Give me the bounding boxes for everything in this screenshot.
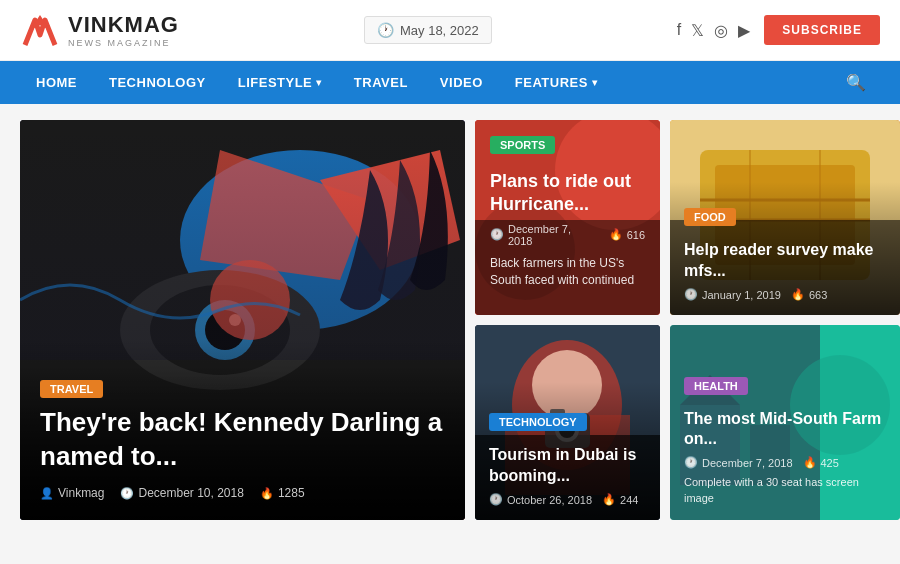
sports-badge: SPORTS	[490, 136, 555, 154]
sports-date: 🕐 December 7, 2018	[490, 223, 597, 247]
svg-marker-2	[200, 150, 370, 280]
sports-excerpt: Black farmers in the US's South faced wi…	[490, 255, 645, 289]
food-meta: 🕐 January 1, 2019 🔥 663	[684, 288, 886, 301]
header-right: f 𝕏 ◎ ▶ SUBSCRIBE	[677, 15, 880, 45]
sports-card[interactable]: SPORTS Plans to ride out Hurricane... 🕐 …	[475, 120, 660, 315]
sports-card-content: SPORTS Plans to ride out Hurricane... 🕐 …	[475, 120, 660, 303]
health-excerpt: Complete with a 30 seat has screen image	[684, 475, 886, 506]
twitter-icon[interactable]: 𝕏	[691, 21, 704, 40]
facebook-icon[interactable]: f	[677, 21, 681, 40]
health-card[interactable]: HEALTH The most Mid-South Farm on... 🕐 D…	[670, 325, 900, 520]
youtube-icon[interactable]: ▶	[738, 21, 750, 40]
tech-card-content: TECHNOLOGY Tourism in Dubai is booming..…	[475, 382, 660, 520]
fire-icon-food: 🔥	[791, 288, 805, 301]
header: VINKMAG NEWS MAGAZINE 🕐 May 18, 2022 f 𝕏…	[0, 0, 900, 61]
clock-icon-tech: 🕐	[489, 493, 503, 506]
nav-travel[interactable]: TRAVEL	[338, 61, 424, 104]
hero-title: They're back! Kennedy Darling a named to…	[40, 406, 445, 474]
clock-icon-sports: 🕐	[490, 228, 504, 241]
chevron-down-icon-2: ▾	[592, 77, 598, 88]
subscribe-button[interactable]: SUBSCRIBE	[764, 15, 880, 45]
sports-title: Plans to ride out Hurricane...	[490, 170, 645, 217]
clock-icon-2: 🕐	[120, 487, 134, 500]
food-date: 🕐 January 1, 2019	[684, 288, 781, 301]
svg-point-8	[229, 314, 241, 326]
logo[interactable]: VINKMAG NEWS MAGAZINE	[20, 10, 179, 50]
tech-badge: TECHNOLOGY	[489, 413, 587, 431]
svg-marker-3	[320, 150, 460, 270]
user-icon: 👤	[40, 487, 54, 500]
fire-icon-health: 🔥	[803, 456, 817, 469]
hero-date: 🕐 December 10, 2018	[120, 486, 243, 500]
tech-meta: 🕐 October 26, 2018 🔥 244	[489, 493, 646, 506]
tech-date: 🕐 October 26, 2018	[489, 493, 592, 506]
clock-icon-health: 🕐	[684, 456, 698, 469]
svg-point-9	[210, 260, 290, 340]
hero-meta: 👤 Vinkmag 🕐 December 10, 2018 🔥 1285	[40, 486, 445, 500]
food-badge: FOOD	[684, 208, 736, 226]
food-card[interactable]: FOOD Help reader survey make mfs... 🕐 Ja…	[670, 120, 900, 315]
chevron-down-icon: ▾	[316, 77, 322, 88]
health-date: 🕐 December 7, 2018	[684, 456, 793, 469]
clock-icon: 🕐	[377, 22, 394, 38]
hero-badge: TRAVEL	[40, 380, 103, 398]
tech-title: Tourism in Dubai is booming...	[489, 445, 646, 487]
sports-views: 🔥 616	[609, 228, 645, 241]
fire-icon: 🔥	[260, 487, 274, 500]
search-icon[interactable]: 🔍	[832, 63, 880, 102]
current-date: May 18, 2022	[400, 23, 479, 38]
hero-views: 🔥 1285	[260, 486, 305, 500]
logo-subtitle: NEWS MAGAZINE	[68, 38, 179, 48]
hero-author: 👤 Vinkmag	[40, 486, 104, 500]
nav-video[interactable]: VIDEO	[424, 61, 499, 104]
hero-card[interactable]: TRAVEL They're back! Kennedy Darling a n…	[20, 120, 465, 520]
sports-meta: 🕐 December 7, 2018 🔥 616	[490, 223, 645, 247]
svg-point-1	[180, 150, 420, 330]
social-icons: f 𝕏 ◎ ▶	[677, 21, 750, 40]
health-views: 🔥 425	[803, 456, 839, 469]
navigation: HOME TECHNOLOGY LIFESTYLE ▾ TRAVEL VIDEO…	[0, 61, 900, 104]
tech-views: 🔥 244	[602, 493, 638, 506]
nav-lifestyle[interactable]: LIFESTYLE ▾	[222, 61, 338, 104]
clock-icon-food: 🕐	[684, 288, 698, 301]
logo-text: VINKMAG NEWS MAGAZINE	[68, 12, 179, 48]
hero-overlay: TRAVEL They're back! Kennedy Darling a n…	[20, 339, 465, 520]
fire-icon-sports: 🔥	[609, 228, 623, 241]
fire-icon-tech: 🔥	[602, 493, 616, 506]
content-grid: TRAVEL They're back! Kennedy Darling a n…	[0, 104, 900, 536]
food-views: 🔥 663	[791, 288, 827, 301]
nav-features[interactable]: FEATURES ▾	[499, 61, 614, 104]
logo-title: VINKMAG	[68, 12, 179, 38]
health-badge: HEALTH	[684, 377, 748, 395]
food-title: Help reader survey make mfs...	[684, 240, 886, 282]
health-card-content: HEALTH The most Mid-South Farm on... 🕐 D…	[670, 362, 900, 520]
date-display: 🕐 May 18, 2022	[364, 16, 492, 44]
instagram-icon[interactable]: ◎	[714, 21, 728, 40]
health-title: The most Mid-South Farm on...	[684, 409, 886, 451]
nav-home[interactable]: HOME	[20, 61, 93, 104]
tech-card[interactable]: TECHNOLOGY Tourism in Dubai is booming..…	[475, 325, 660, 520]
nav-technology[interactable]: TECHNOLOGY	[93, 61, 222, 104]
logo-icon	[20, 10, 60, 50]
food-card-content: FOOD Help reader survey make mfs... 🕐 Ja…	[670, 182, 900, 315]
health-meta: 🕐 December 7, 2018 🔥 425	[684, 456, 886, 469]
